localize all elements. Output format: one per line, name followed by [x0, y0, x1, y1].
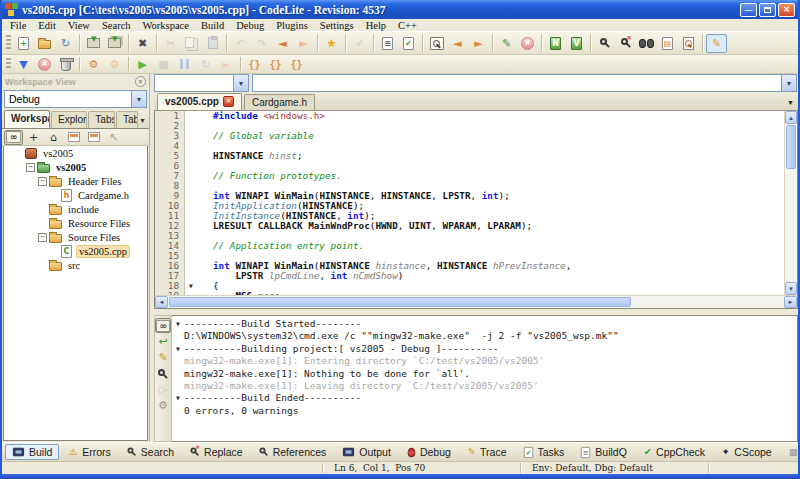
bottom-tab-search[interactable]: Search	[120, 444, 181, 460]
chevron-down-icon[interactable]: ▼	[781, 75, 796, 91]
find-prev-button[interactable]: ◄	[447, 34, 468, 53]
remind-list-button[interactable]: ≡	[377, 34, 398, 53]
menu-debug[interactable]: Debug	[230, 20, 270, 31]
menu-help[interactable]: Help	[360, 20, 392, 31]
highlight-word-button[interactable]: ✎	[706, 34, 727, 53]
tree-expander[interactable]: −	[38, 177, 47, 186]
save-and-build-button[interactable]: ▼	[13, 56, 34, 73]
menu-cpp[interactable]: C++	[392, 20, 423, 31]
horizontal-scroll-thumb[interactable]	[169, 297, 631, 307]
bottom-tab-errors[interactable]: ⚠Errors	[61, 444, 117, 460]
save-file-button[interactable]	[83, 34, 104, 53]
bookmark-button[interactable]: ★	[321, 34, 342, 53]
step-next-button[interactable]: ►	[216, 56, 237, 73]
bottom-tab-build[interactable]: Build	[5, 444, 59, 460]
step-in-button[interactable]: {}	[244, 56, 265, 73]
menu-search[interactable]: Search	[96, 20, 137, 31]
bottom-tab-output[interactable]: Output	[335, 444, 398, 460]
bottom-tab-trace[interactable]: ✎Trace	[460, 444, 514, 460]
scroll-left-icon[interactable]: ◄	[155, 296, 168, 308]
tab-workspace[interactable]: Workspace	[4, 110, 50, 128]
menu-plugins[interactable]: Plugins	[270, 20, 314, 31]
build-project-button[interactable]: ⚙	[83, 56, 104, 73]
collapse-all-button[interactable]: +	[24, 130, 43, 145]
tree-expander[interactable]: −	[38, 233, 47, 242]
bottom-tab-cscope[interactable]: ✦CScope	[714, 444, 779, 460]
cancel-build-button[interactable]: ✖	[34, 56, 55, 73]
tab-tab[interactable]: Tab	[116, 111, 138, 128]
tree-item-src[interactable]: src	[4, 258, 147, 272]
replace-button[interactable]	[615, 34, 636, 53]
tree-item-vs2005[interactable]: vs2005	[4, 146, 147, 160]
close-file-button[interactable]: ✖	[132, 34, 153, 53]
menu-workspace[interactable]: Workspace	[137, 20, 195, 31]
run-debugger-button[interactable]: ▶	[132, 56, 153, 73]
vertical-scroll-thumb[interactable]	[786, 125, 796, 169]
scroll-down-icon[interactable]: ▼	[785, 282, 797, 295]
search-combo[interactable]: ▼	[252, 74, 797, 92]
find-in-files-button[interactable]	[636, 34, 657, 53]
syntax-check-button[interactable]: ✔	[349, 34, 370, 53]
tab-explorer[interactable]: Explorer	[51, 111, 87, 128]
code-format-button[interactable]: ✎	[496, 34, 517, 53]
tree-expander[interactable]: −	[26, 163, 35, 172]
tab-tabs[interactable]: Tabs	[88, 111, 115, 128]
pause-debugger-button[interactable]	[174, 56, 195, 73]
undo-button[interactable]: ↶	[230, 34, 251, 53]
chevron-down-icon[interactable]: ▼	[233, 75, 248, 91]
quick-find-button[interactable]	[426, 34, 447, 53]
redo-button[interactable]: ↷	[251, 34, 272, 53]
editor-tab-vs2005-cpp[interactable]: vs2005.cpp✕	[157, 93, 242, 110]
tree-item-resource-files[interactable]: Resource Files	[4, 216, 147, 230]
save-all-button[interactable]	[104, 34, 125, 53]
bottom-tab-buildq[interactable]: ≡BuildQ	[573, 444, 634, 461]
minimize-button[interactable]: —	[740, 3, 757, 17]
scroll-up-icon[interactable]: ▲	[785, 111, 797, 124]
restore-button[interactable]	[759, 3, 776, 17]
prev-file-button[interactable]	[64, 130, 83, 145]
tree-item-source-files[interactable]: −Source Files	[4, 230, 147, 244]
build-config-combo[interactable]: Debug ▼	[4, 90, 147, 108]
scroll-right-icon[interactable]: ►	[784, 296, 797, 308]
paste-button[interactable]	[202, 34, 223, 53]
wrap-lines-button[interactable]: ↩	[155, 334, 171, 349]
open-file-button[interactable]	[34, 34, 55, 53]
send-output-button[interactable]: ▷	[155, 382, 171, 397]
bottom-tab-debug[interactable]: Debug	[400, 444, 458, 460]
link-editor-button[interactable]: ∞	[4, 130, 23, 145]
stop-build-button[interactable]: ⚙	[104, 56, 125, 73]
build-settings-button[interactable]: ⚙	[155, 398, 171, 413]
bottom-tab-tasks[interactable]: ✔Tasks	[516, 444, 572, 461]
horizontal-scrollbar[interactable]: ◄ ►	[155, 295, 797, 308]
book-new-button[interactable]: N	[545, 34, 566, 53]
clear-output-button[interactable]: ✎	[155, 350, 171, 365]
tree-item-cardgame-h[interactable]: hCardgame.h	[4, 188, 147, 202]
find-next-button[interactable]: ►	[468, 34, 489, 53]
find-symbol-button[interactable]	[678, 34, 699, 53]
bottom-tab-svn[interactable]: ▦Svn	[781, 444, 800, 460]
code-view[interactable]: 1#include <windows.h>23// Global variabl…	[155, 111, 784, 295]
stop-debugger-button[interactable]: ■	[153, 56, 174, 73]
workspace-close-icon[interactable]: ✕	[135, 76, 146, 87]
menu-build[interactable]: Build	[195, 20, 230, 31]
find-combo[interactable]: ▼	[154, 74, 249, 92]
close-button[interactable]: ✕	[778, 3, 795, 17]
tab-close-icon[interactable]: ✕	[223, 96, 234, 107]
bottom-tab-cppcheck[interactable]: ✔CppCheck	[636, 444, 712, 460]
new-file-button[interactable]: +	[13, 34, 34, 53]
step-over-button[interactable]: {}	[265, 56, 286, 73]
next-file-button[interactable]	[84, 130, 103, 145]
book-view-button[interactable]: V	[566, 34, 587, 53]
editor-tab-overflow-icon[interactable]: ▼	[787, 99, 798, 110]
tab-overflow-icon[interactable]: ▼	[139, 117, 149, 128]
navigate-back-button[interactable]: ◄	[272, 34, 293, 53]
clean-project-button[interactable]	[55, 56, 76, 73]
tree-item-include[interactable]: include	[4, 202, 147, 216]
editor-tab-cardgame-h[interactable]: Cardgame.h	[244, 94, 315, 110]
menu-file[interactable]: File	[4, 20, 32, 31]
restart-debugger-button[interactable]: ↻	[195, 56, 216, 73]
tree-item-vs2005-cpp[interactable]: Cvs2005.cpp	[4, 244, 147, 258]
bottom-tab-references[interactable]: References	[252, 444, 334, 460]
menu-settings[interactable]: Settings	[314, 20, 360, 31]
copy-button[interactable]	[181, 34, 202, 53]
